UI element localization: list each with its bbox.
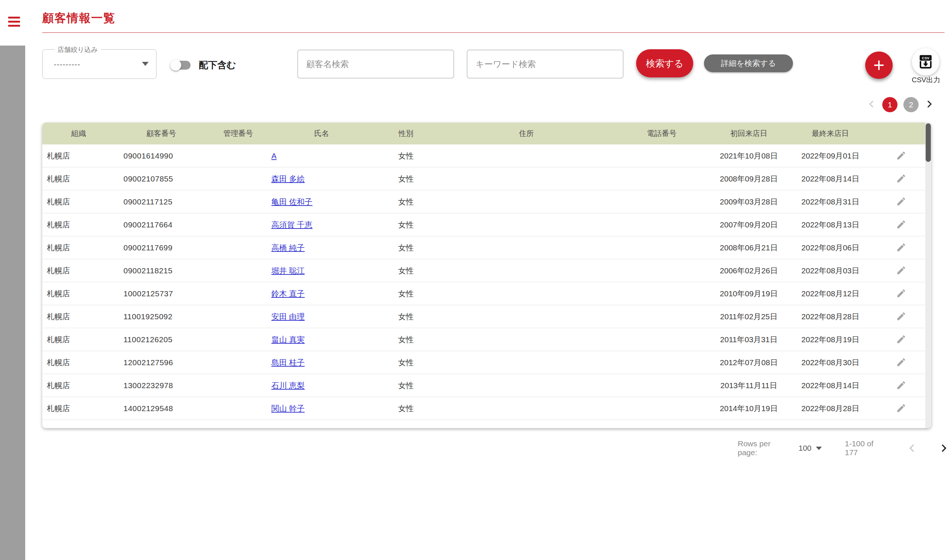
table-row: 札幌店 13002232978 石川 恵梨 女性 2013年11月11日 202…: [42, 374, 931, 397]
customer-name-link[interactable]: 亀田 佐和子: [272, 197, 313, 206]
cell-org: 札幌店: [42, 174, 115, 184]
cell-name: 亀田 佐和子: [269, 197, 374, 207]
pencil-icon: [896, 386, 906, 391]
cell-last-visit: 2022年08月28日: [790, 311, 871, 322]
cell-actions: [871, 380, 931, 391]
cell-name: 島田 桂子: [269, 357, 374, 368]
cell-customer-no: 12002127596: [115, 358, 208, 367]
cell-last-visit: 2022年08月14日: [790, 174, 871, 184]
cell-gender: 女性: [374, 403, 437, 414]
cell-name: 鈴木 直子: [269, 289, 374, 299]
col-header-first-visit: 初回来店日: [708, 129, 790, 138]
cell-last-visit: 2022年08月03日: [790, 266, 871, 276]
cell-name: 安田 由理: [269, 311, 374, 322]
cell-first-visit: 2007年09月20日: [708, 220, 790, 230]
include-subordinates-toggle[interactable]: 配下含む: [171, 59, 236, 71]
store-filter-select[interactable]: 店舗絞り込み ---------: [42, 49, 156, 79]
col-header-org: 組織: [42, 129, 115, 138]
table-row: 札幌店 09002117664 高須賀 千恵 女性 2007年09月20日 20…: [42, 213, 931, 236]
cell-org: 札幌店: [42, 197, 115, 207]
cell-name: 関山 幹子: [269, 403, 374, 414]
edit-row-button[interactable]: [896, 288, 907, 299]
table-row: 札幌店 11002126205 畠山 真実 女性 2011年03月31日 202…: [42, 328, 931, 351]
customer-name-link[interactable]: 畠山 真実: [272, 335, 305, 344]
cell-actions: [871, 173, 931, 185]
detail-search-button[interactable]: 詳細を検索する: [704, 54, 793, 72]
edit-row-button[interactable]: [896, 357, 907, 368]
add-customer-button[interactable]: +: [865, 51, 893, 79]
customer-name-link[interactable]: 高橋 純子: [272, 243, 305, 252]
bottom-pagination: Rows per page: 100 1-100 of 177: [738, 439, 949, 457]
table-scrollbar-track[interactable]: [925, 123, 931, 428]
customer-name-link[interactable]: 島田 桂子: [272, 358, 305, 367]
next-page-icon[interactable]: [924, 99, 934, 110]
table-row: 札幌店 12002127596 島田 桂子 女性 2012年07月08日 202…: [42, 351, 931, 374]
pencil-icon: [896, 248, 906, 254]
prev-page-icon[interactable]: [867, 99, 876, 110]
cell-gender: 女性: [374, 334, 437, 345]
keyword-search-input[interactable]: [467, 50, 623, 78]
table-scrollbar-thumb[interactable]: [926, 123, 931, 162]
sidebar: [0, 46, 25, 560]
edit-row-button[interactable]: [896, 334, 907, 345]
rows-per-page-select[interactable]: 100: [798, 444, 822, 452]
cell-customer-no: 11002126205: [115, 335, 208, 344]
customer-name-link[interactable]: 森田 多絵: [272, 174, 305, 183]
cell-org: 札幌店: [42, 311, 115, 322]
table-row: 札幌店 09002107855 森田 多絵 女性 2008年09月28日 202…: [42, 168, 931, 190]
col-header-last-visit: 最終来店日: [790, 129, 871, 138]
csv-download-icon: CSV: [918, 53, 934, 71]
customer-name-link[interactable]: 堀井 聡江: [272, 266, 305, 275]
partial-next-row: [42, 420, 931, 428]
csv-export-label: CSV出力: [907, 75, 944, 85]
cell-org: 札幌店: [42, 403, 115, 414]
edit-row-button[interactable]: [896, 242, 907, 253]
csv-export-button[interactable]: CSV: [912, 48, 939, 75]
edit-row-button[interactable]: [896, 173, 907, 185]
cell-actions: [871, 242, 931, 253]
edit-row-button[interactable]: [896, 311, 907, 322]
pencil-icon: [896, 294, 906, 300]
cell-gender: 女性: [374, 151, 437, 161]
prev-range-button[interactable]: [907, 443, 917, 453]
cell-gender: 女性: [374, 289, 437, 299]
cell-org: 札幌店: [42, 151, 115, 161]
cell-name: 畠山 真実: [269, 334, 374, 345]
edit-row-button[interactable]: [896, 150, 907, 162]
cell-customer-no: 14002129548: [115, 404, 208, 413]
col-header-customer-no: 顧客番号: [115, 129, 208, 138]
search-button[interactable]: 検索する: [636, 49, 693, 77]
edit-row-button[interactable]: [896, 265, 907, 276]
customer-name-link[interactable]: 鈴木 直子: [272, 289, 305, 298]
menu-icon[interactable]: [8, 17, 20, 27]
customer-name-link[interactable]: 関山 幹子: [272, 404, 305, 412]
cell-org: 札幌店: [42, 289, 115, 299]
cell-gender: 女性: [374, 243, 437, 253]
table-header-row: 組織 顧客番号 管理番号 氏名 性別 住所 電話番号 初回来店日 最終来店日: [42, 123, 931, 145]
cell-org: 札幌店: [42, 243, 115, 253]
cell-actions: [871, 219, 931, 230]
customer-name-link[interactable]: 高須賀 千恵: [272, 220, 313, 229]
customer-name-link[interactable]: 石川 恵梨: [272, 381, 305, 390]
table-body: 札幌店 09001614990 A 女性 2021年10月08日 2022年09…: [42, 145, 931, 420]
col-header-name: 氏名: [269, 129, 374, 138]
cell-first-visit: 2011年03月31日: [708, 334, 790, 345]
page-button-1[interactable]: 1: [882, 97, 898, 112]
cell-customer-no: 09001614990: [115, 151, 208, 160]
edit-row-button[interactable]: [896, 380, 907, 391]
cell-first-visit: 2008年09月28日: [708, 174, 790, 184]
cell-org: 札幌店: [42, 334, 115, 345]
cell-gender: 女性: [374, 174, 437, 184]
cell-actions: [871, 334, 931, 345]
page-button-2[interactable]: 2: [903, 97, 919, 112]
customer-name-search-input[interactable]: [297, 50, 454, 78]
edit-row-button[interactable]: [896, 403, 907, 414]
customer-name-link[interactable]: A: [272, 151, 276, 160]
store-filter-label: 店舗絞り込み: [54, 45, 101, 54]
cell-customer-no: 10002125737: [115, 289, 208, 298]
next-range-button[interactable]: [939, 443, 949, 453]
customer-name-link[interactable]: 安田 由理: [272, 312, 305, 321]
edit-row-button[interactable]: [896, 219, 907, 230]
edit-row-button[interactable]: [896, 196, 907, 208]
cell-first-visit: 2021年10月08日: [708, 151, 790, 161]
